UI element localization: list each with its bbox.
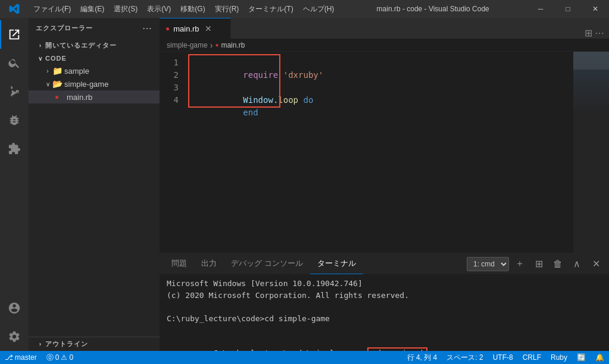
activity-account[interactable] — [0, 294, 29, 322]
error-icon: ⓪ — [46, 353, 54, 363]
folder-icon: 📁 — [52, 66, 62, 76]
activity-extensions[interactable] — [0, 134, 29, 163]
terminal-line-2: (c) 2020 Microsoft Corporation. All righ… — [167, 290, 602, 302]
sidebar-section-outline[interactable]: › アウトライン — [29, 337, 160, 351]
menu-select[interactable]: 選択(S) — [109, 0, 142, 18]
line-num-4: 4 — [160, 94, 179, 106]
status-git[interactable]: ⎇ master — [0, 351, 42, 364]
window-title: main.rb - code - Visual Studio Code — [339, 5, 527, 13]
code-line-1: require 'dxruby' — [193, 57, 557, 69]
panel-tab-output[interactable]: 出力 — [194, 253, 224, 274]
terminal-line-3 — [167, 301, 602, 313]
status-right: 行 4, 列 4 スペース: 2 UTF-8 CRLF Ruby 🔄 🔔 — [402, 351, 609, 364]
terminal-instance-select[interactable]: 1: cmd — [467, 257, 509, 271]
minimap-content — [573, 52, 609, 253]
minimap-preview — [573, 52, 609, 253]
menu-terminal[interactable]: ターミナル(T) — [243, 0, 298, 18]
activity-search[interactable] — [0, 49, 29, 77]
status-language[interactable]: Ruby — [546, 351, 572, 364]
activity-explorer[interactable] — [0, 20, 29, 49]
tab-ruby-icon: ● — [165, 24, 170, 33]
status-position[interactable]: 行 4, 列 4 — [402, 351, 442, 364]
panel-tab-problems[interactable]: 問題 — [164, 253, 194, 274]
sidebar-header: エクスプローラー ⋯ — [29, 18, 160, 39]
titlebar: ファイル(F) 編集(E) 選択(S) 表示(V) 移動(G) 実行(R) ター… — [0, 0, 609, 18]
terminal-line-4: C:\ruby_lecture\code>cd simple-game — [167, 313, 602, 325]
breadcrumb-file[interactable]: ● main.rb — [215, 41, 245, 49]
main-layout: エクスプローラー ⋯ › 開いているエディター ∨ CODE › 📁 sampl… — [0, 18, 609, 351]
tab-close-button[interactable]: ✕ — [203, 23, 214, 34]
menu-run[interactable]: 実行(R) — [210, 0, 244, 18]
activity-source-control[interactable] — [0, 77, 29, 106]
sidebar-more-icon[interactable]: ⋯ — [142, 23, 152, 34]
activity-bottom — [0, 294, 29, 351]
sidebar-item-main-rb[interactable]: ● main.rb — [29, 90, 160, 103]
open-editors-arrow: › — [36, 42, 45, 49]
maximize-button[interactable]: □ — [554, 0, 582, 18]
panel-maximize-button[interactable]: ∧ — [569, 256, 585, 272]
code-arrow: ∨ — [36, 55, 45, 62]
status-encoding[interactable]: UTF-8 — [488, 351, 518, 364]
tab-label: main.rb — [173, 24, 199, 33]
line-num-3: 3 — [160, 81, 179, 94]
error-count: 0 — [55, 353, 60, 362]
panel-close-button[interactable]: ✕ — [588, 256, 604, 272]
status-errors[interactable]: ⓪ 0 ⚠ 0 — [42, 351, 78, 364]
sidebar-section-open-editors[interactable]: › 開いているエディター — [29, 39, 160, 52]
status-bell[interactable]: 🔔 — [591, 351, 609, 364]
warning-icon: ⚠ — [61, 353, 67, 362]
breadcrumb-folder[interactable]: simple-game — [167, 41, 208, 49]
outline-arrow: › — [36, 341, 45, 347]
minimize-button[interactable]: ─ — [527, 0, 554, 18]
panel-tab-bar: 問題 出力 デバッグ コンソール ターミナル 1: cmd ＋ ⊞ 🗑 ∧ ✕ — [160, 253, 609, 274]
activity-bar — [0, 18, 29, 351]
split-terminal-button[interactable]: ⊞ — [530, 256, 547, 272]
menu-goto[interactable]: 移動(G) — [176, 0, 210, 18]
sidebar-item-simple-game[interactable]: ∨ 📂 simple-game — [29, 77, 160, 90]
tab-main-rb[interactable]: ● main.rb ✕ — [160, 18, 231, 39]
terminal-content[interactable]: Microsoft Windows [Version 10.0.19042.74… — [160, 274, 609, 351]
split-editor-icon[interactable]: ⊞ — [585, 27, 592, 39]
terminal-command-line: C:\ruby_lecture\code\simple-game>ruby ma… — [167, 336, 602, 352]
menu-help[interactable]: ヘルプ(H) — [298, 0, 339, 18]
git-branch-icon: ⎇ — [5, 353, 13, 362]
delete-terminal-button[interactable]: 🗑 — [549, 256, 566, 272]
line-num-2: 2 — [160, 69, 179, 81]
sidebar: エクスプローラー ⋯ › 開いているエディター ∨ CODE › 📁 sampl… — [29, 18, 160, 351]
bell-icon: 🔔 — [595, 353, 604, 362]
folder-open-icon: 📂 — [52, 79, 62, 89]
vscode-logo — [0, 0, 29, 18]
titlebar-left: ファイル(F) 編集(E) 選択(S) 表示(V) 移動(G) 実行(R) ター… — [0, 0, 339, 18]
menu-edit[interactable]: 編集(E) — [76, 0, 109, 18]
simple-game-arrow: ∨ — [43, 81, 52, 87]
breadcrumb: simple-game › ● main.rb — [160, 39, 609, 52]
status-bar: ⎇ master ⓪ 0 ⚠ 0 行 4, 列 4 スペース: 2 UTF-8 … — [0, 351, 609, 364]
git-branch-label: master — [15, 353, 37, 362]
add-terminal-button[interactable]: ＋ — [511, 256, 528, 272]
activity-debug[interactable] — [0, 106, 29, 134]
status-spaces[interactable]: スペース: 2 — [442, 351, 488, 364]
window-controls: ─ □ ✕ — [527, 0, 609, 18]
panel-tab-terminal[interactable]: ターミナル — [310, 253, 363, 274]
code-content[interactable]: require 'dxruby' Window.loop do end — [188, 52, 561, 253]
breadcrumb-separator: › — [210, 40, 213, 50]
sidebar-item-sample[interactable]: › 📁 sample — [29, 64, 160, 77]
status-left: ⎇ master ⓪ 0 ⚠ 0 — [0, 351, 78, 364]
panel-tab-debug-console[interactable]: デバッグ コンソール — [224, 253, 310, 274]
status-sync[interactable]: 🔄 — [572, 351, 591, 364]
menu-view[interactable]: 表示(V) — [142, 0, 176, 18]
sample-arrow: › — [43, 68, 52, 74]
sync-icon: 🔄 — [577, 353, 586, 362]
panel-tabs-right: 1: cmd ＋ ⊞ 🗑 ∧ ✕ — [467, 256, 604, 272]
breadcrumb-ruby-icon: ● — [215, 42, 218, 48]
status-line-ending[interactable]: CRLF — [518, 351, 546, 364]
close-button[interactable]: ✕ — [582, 0, 609, 18]
more-actions-icon[interactable]: ⋯ — [595, 27, 604, 39]
activity-settings[interactable] — [0, 322, 29, 351]
code-editor[interactable]: 1 2 3 4 require 'dxruby' Window.loop do … — [160, 52, 609, 253]
sidebar-section-code[interactable]: ∨ CODE — [29, 52, 160, 64]
line-num-1: 1 — [160, 57, 179, 69]
terminal-line-5 — [167, 324, 602, 336]
menu-file[interactable]: ファイル(F) — [29, 0, 76, 18]
minimap — [561, 52, 609, 253]
